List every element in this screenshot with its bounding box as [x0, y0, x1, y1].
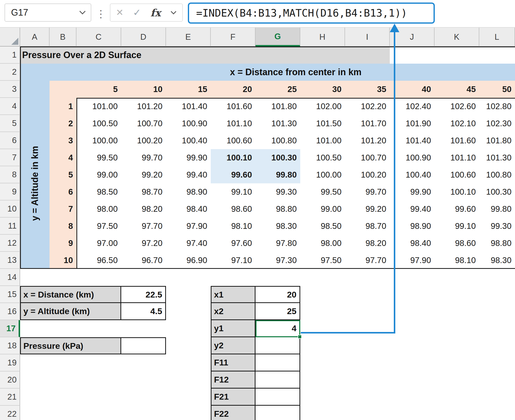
cell-F10[interactable]: 98.60 — [211, 200, 255, 218]
formula-bar-expand-icon[interactable] — [170, 10, 177, 15]
cell-J7[interactable]: 100.90 — [390, 149, 435, 166]
cell-E8[interactable]: 99.40 — [166, 166, 211, 183]
cell-I5[interactable]: 101.70 — [345, 115, 390, 132]
formula-input[interactable]: =INDEX(B4:B13,MATCH(D16,B4:B13,1)) — [188, 3, 435, 24]
cell-C8[interactable]: 99.00 — [76, 166, 121, 183]
cell-L5[interactable]: 102.30 — [479, 115, 515, 132]
coef-label-y2[interactable]: y2 — [211, 337, 255, 354]
column-header-H[interactable]: H — [300, 28, 345, 47]
row-header-5[interactable]: 5 — [0, 115, 20, 132]
cell-I6[interactable]: 101.20 — [345, 132, 390, 149]
row-header-14[interactable]: 14 — [0, 269, 20, 286]
row-header-20[interactable]: 20 — [0, 371, 20, 389]
row-header-4[interactable]: 4 — [0, 98, 20, 115]
cell-J9[interactable]: 99.90 — [390, 183, 435, 200]
column-header-B[interactable]: B — [50, 28, 76, 47]
cell-J12[interactable]: 98.40 — [390, 235, 435, 252]
cell-B11[interactable]: 8 — [50, 218, 76, 235]
cell-G3[interactable]: 25 — [255, 81, 300, 98]
cell-L9[interactable]: 100.30 — [479, 183, 515, 200]
cell-K13[interactable]: 98.10 — [435, 252, 479, 269]
cell-C3[interactable]: 5 — [76, 81, 121, 98]
cell-G7[interactable]: 100.30 — [255, 149, 300, 166]
input-value-1[interactable]: 22.5 — [121, 286, 166, 303]
cell-D6[interactable]: 100.20 — [121, 132, 166, 149]
row-header-19[interactable]: 19 — [0, 354, 20, 371]
cell-H3[interactable]: 30 — [300, 81, 345, 98]
cell-E11[interactable]: 97.90 — [166, 218, 211, 235]
cell-H11[interactable]: 98.50 — [300, 218, 345, 235]
cell-G5[interactable]: 101.30 — [255, 115, 300, 132]
column-header-L[interactable]: L — [479, 28, 515, 47]
row-header-22[interactable]: 22 — [0, 406, 20, 420]
column-header-I[interactable]: I — [345, 28, 390, 47]
cell-C4[interactable]: 101.00 — [76, 98, 121, 115]
cell-H4[interactable]: 102.00 — [300, 98, 345, 115]
cell-C9[interactable]: 98.50 — [76, 183, 121, 200]
cell-H12[interactable]: 98.00 — [300, 235, 345, 252]
cell-D7[interactable]: 99.70 — [121, 149, 166, 166]
cell-E9[interactable]: 98.90 — [166, 183, 211, 200]
cell-I13[interactable]: 97.70 — [345, 252, 390, 269]
cell-C6[interactable]: 100.00 — [76, 132, 121, 149]
row-header-11[interactable]: 11 — [0, 218, 20, 235]
cell-B5[interactable]: 2 — [50, 115, 76, 132]
row-header-18[interactable]: 18 — [0, 337, 20, 354]
coef-label-F21[interactable]: F21 — [211, 389, 255, 406]
table-title-cell[interactable]: Pressure Over a 2D Surface — [20, 47, 390, 64]
coef-value-F12[interactable] — [255, 371, 300, 389]
cell-C12[interactable]: 97.00 — [76, 235, 121, 252]
cell-B13[interactable]: 10 — [50, 252, 76, 269]
cell-L4[interactable]: 102.80 — [479, 98, 515, 115]
cell-H5[interactable]: 101.50 — [300, 115, 345, 132]
row-header-1[interactable]: 1 — [0, 47, 20, 64]
coef-label-x2[interactable]: x2 — [211, 303, 255, 320]
input-value-2[interactable]: 4.5 — [121, 303, 166, 320]
cell-E5[interactable]: 100.90 — [166, 115, 211, 132]
cell-E7[interactable]: 99.90 — [166, 149, 211, 166]
cell-L6[interactable]: 101.80 — [479, 132, 515, 149]
cell-C5[interactable]: 100.50 — [76, 115, 121, 132]
row-header-7[interactable]: 7 — [0, 149, 20, 166]
cell-K5[interactable]: 102.10 — [435, 115, 479, 132]
output-label[interactable]: Pressure (kPa) — [20, 337, 121, 354]
cell-K4[interactable]: 102.60 — [435, 98, 479, 115]
cell-G10[interactable]: 98.80 — [255, 200, 300, 218]
coef-value-F11[interactable] — [255, 354, 300, 371]
cell-H8[interactable]: 100.00 — [300, 166, 345, 183]
column-header-D[interactable]: D — [121, 28, 166, 47]
cell-K10[interactable]: 99.60 — [435, 200, 479, 218]
cell-B7[interactable]: 4 — [50, 149, 76, 166]
cell-C7[interactable]: 99.50 — [76, 149, 121, 166]
cell-F6[interactable]: 100.60 — [211, 132, 255, 149]
cell-J11[interactable]: 98.90 — [390, 218, 435, 235]
cell-G8[interactable]: 99.80 — [255, 166, 300, 183]
cell-F12[interactable]: 97.60 — [211, 235, 255, 252]
cell-L10[interactable]: 99.80 — [479, 200, 515, 218]
cell-I9[interactable]: 99.70 — [345, 183, 390, 200]
cell-D12[interactable]: 97.20 — [121, 235, 166, 252]
cell-F9[interactable]: 99.10 — [211, 183, 255, 200]
row-header-9[interactable]: 9 — [0, 183, 20, 200]
cell-D9[interactable]: 98.70 — [121, 183, 166, 200]
y-axis-band[interactable] — [20, 64, 50, 269]
cell-K9[interactable]: 100.10 — [435, 183, 479, 200]
cell-H13[interactable]: 97.50 — [300, 252, 345, 269]
coef-label-x1[interactable]: x1 — [211, 286, 255, 303]
cell-I8[interactable]: 100.20 — [345, 166, 390, 183]
cell-G11[interactable]: 98.30 — [255, 218, 300, 235]
cell-K11[interactable]: 99.10 — [435, 218, 479, 235]
cell-L12[interactable]: 98.80 — [479, 235, 515, 252]
cell-E4[interactable]: 101.40 — [166, 98, 211, 115]
cell-C10[interactable]: 98.00 — [76, 200, 121, 218]
cell-B9[interactable]: 6 — [50, 183, 76, 200]
cell-K6[interactable]: 101.60 — [435, 132, 479, 149]
cell-J8[interactable]: 100.40 — [390, 166, 435, 183]
cell-J3[interactable]: 40 — [390, 81, 435, 98]
column-header-F[interactable]: F — [211, 28, 255, 47]
name-box[interactable]: G17 — [5, 4, 91, 22]
output-value[interactable] — [121, 337, 166, 354]
cell-H7[interactable]: 100.50 — [300, 149, 345, 166]
row-header-6[interactable]: 6 — [0, 132, 20, 149]
row-header-8[interactable]: 8 — [0, 166, 20, 183]
